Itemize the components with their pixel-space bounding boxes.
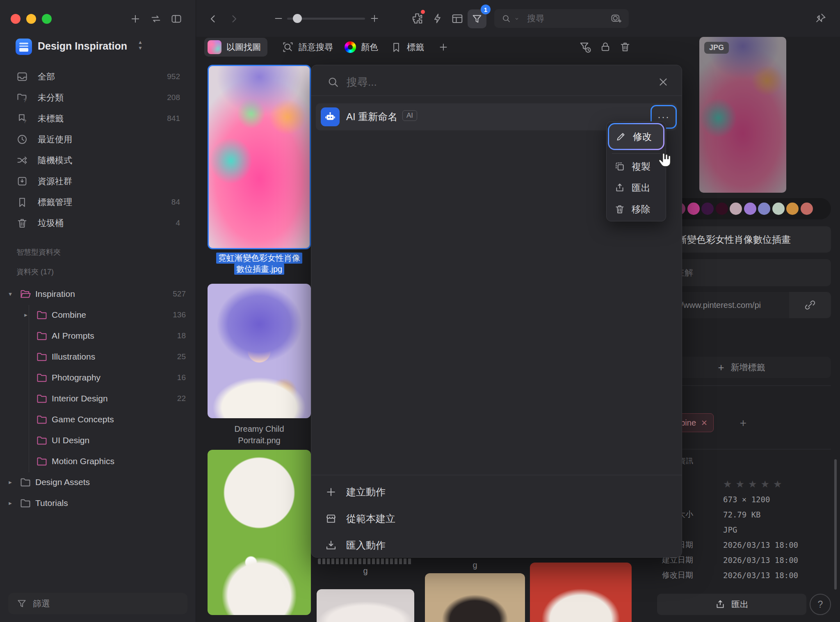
palette-dot[interactable] xyxy=(772,203,785,215)
sidebar-folder-inspiration[interactable]: ▾Inspiration527 xyxy=(0,284,196,304)
sidebar-item-label: 未標籤 xyxy=(38,113,64,124)
sidebar-item-count: 208 xyxy=(167,93,180,102)
sidebar-item-0[interactable]: 全部952 xyxy=(6,67,190,87)
filter-history-button[interactable] xyxy=(579,41,591,53)
image-card[interactable] xyxy=(425,573,525,622)
folder-closed-icon xyxy=(36,435,48,446)
copy-icon xyxy=(614,161,625,172)
disclosure-right-icon[interactable]: ▸ xyxy=(7,499,14,507)
image-card[interactable] xyxy=(208,450,311,615)
sidebar-item-1[interactable]: ?未分類208 xyxy=(6,88,190,107)
sidebar-folder-motion-graphics[interactable]: Motion Graphics xyxy=(0,451,196,471)
library-icon xyxy=(16,39,32,55)
rating-stars[interactable]: ★★★★★ xyxy=(723,477,786,492)
palette-dot[interactable] xyxy=(687,203,700,215)
semantic-search-chip[interactable]: 語意搜尋 xyxy=(282,38,333,57)
folder-closed-icon xyxy=(36,414,48,425)
open-link-button[interactable] xyxy=(789,292,831,318)
sidebar-item-6[interactable]: 標籤管理84 xyxy=(6,192,190,212)
filename-line-2: 數位插畫.jpg xyxy=(234,264,284,275)
disclosure-right-icon[interactable]: ▸ xyxy=(7,478,14,486)
sidebar-item-4[interactable]: 隨機模式 xyxy=(6,150,190,170)
sidebar-item-count: 84 xyxy=(171,198,180,207)
clear-filter-button[interactable] xyxy=(619,41,632,53)
bookmark-icon xyxy=(390,41,402,53)
actions-button[interactable] xyxy=(431,11,445,25)
sidebar-folder-ai-prompts[interactable]: AI Prompts18 xyxy=(0,326,196,346)
add-folder-tag-button[interactable]: + xyxy=(735,415,751,431)
color-filter-chip[interactable]: 顏色 xyxy=(345,38,378,57)
remove-tag-icon[interactable]: ✕ xyxy=(701,418,708,428)
pin-window-button[interactable] xyxy=(814,11,828,25)
copy-icon xyxy=(614,161,625,172)
palette-dot[interactable] xyxy=(758,203,770,215)
sidebar-item-7[interactable]: 垃圾桶4 xyxy=(6,213,190,233)
untagged-icon: ? xyxy=(16,113,28,124)
add-filter-chip[interactable] xyxy=(438,38,449,57)
modal-search-icon xyxy=(326,75,340,89)
sidebar-folder-game-concepts[interactable]: Game Concepts xyxy=(0,410,196,429)
sidebar-item-3[interactable]: 最近使用 xyxy=(6,130,190,149)
folder-label: UI Design xyxy=(52,435,89,445)
sidebar-panel-icon xyxy=(171,13,182,25)
search-by-image-chip[interactable]: 以圖找圖 xyxy=(204,38,267,57)
sidebar-folder-ui-design[interactable]: UI Design xyxy=(0,431,196,450)
sidebar-item-2[interactable]: ?未標籤841 xyxy=(6,109,190,128)
disclosure-right-icon[interactable]: ▸ xyxy=(22,311,30,319)
menu-item-edit[interactable]: 修改 xyxy=(609,124,663,149)
menu-item-3[interactable]: 移除 xyxy=(608,198,664,220)
panel-scrollbar[interactable] xyxy=(834,459,837,590)
library-switch-chevrons-icon[interactable]: ▲▼ xyxy=(138,39,143,51)
palette-dot[interactable] xyxy=(801,203,813,215)
image-card[interactable] xyxy=(208,284,311,418)
menu-item-2[interactable]: 匯出 xyxy=(608,177,664,198)
slider-knob[interactable] xyxy=(293,14,302,23)
zoom-window-button[interactable] xyxy=(42,14,52,24)
zoom-out-button[interactable] xyxy=(272,11,285,25)
modal-footer-item-0[interactable]: 建立動作 xyxy=(316,481,521,504)
modal-footer-item-2[interactable]: 匯入動作 xyxy=(316,534,521,557)
palette-dot[interactable] xyxy=(701,203,714,215)
sidebar-folder-interior-design[interactable]: Interior Design22 xyxy=(0,389,196,408)
menu-item-label: 匯出 xyxy=(632,182,651,194)
back-button[interactable] xyxy=(206,11,221,26)
help-button[interactable]: ? xyxy=(810,594,831,615)
image-card-selected[interactable] xyxy=(208,65,311,249)
export-button[interactable]: 匯出 xyxy=(657,594,806,615)
info-row-value: 2026/03/13 18:00 xyxy=(723,538,798,552)
image-card-label: g xyxy=(317,565,414,576)
sidebar-folder-design-assets[interactable]: ▸Design Assets xyxy=(0,472,196,492)
add-button[interactable] xyxy=(128,11,143,26)
sidebar-item-5[interactable]: 資源社群 xyxy=(6,171,190,191)
sidebar-item-count: 4 xyxy=(176,219,180,228)
toggle-sidebar-button[interactable] xyxy=(169,11,184,26)
modal-search-input[interactable]: 搜尋... xyxy=(347,70,377,94)
image-card[interactable] xyxy=(317,589,414,622)
search-scope-chevron-icon[interactable] xyxy=(514,16,520,22)
sidebar-folder-tutorials[interactable]: ▸Tutorials xyxy=(0,493,196,513)
inspector-preview-image[interactable] xyxy=(699,37,786,193)
palette-dot[interactable] xyxy=(730,203,742,215)
modal-footer-item-1[interactable]: 從範本建立 xyxy=(316,507,521,530)
hand-cursor xyxy=(655,151,674,170)
minimize-window-button[interactable] xyxy=(26,14,36,24)
visual-search-camera-icon[interactable] xyxy=(610,13,622,24)
zoom-in-button[interactable] xyxy=(368,11,381,25)
lock-button[interactable] xyxy=(600,41,612,53)
selected-filename[interactable]: 霓虹漸變色彩女性肖像 數位插畫.jpg xyxy=(208,253,311,275)
tag-filter-chip[interactable]: 標籤 xyxy=(390,38,424,57)
close-window-button[interactable] xyxy=(11,14,21,24)
switch-library-button[interactable] xyxy=(148,11,163,26)
palette-dot[interactable] xyxy=(716,203,728,215)
forward-button[interactable] xyxy=(226,11,241,26)
layout-button[interactable] xyxy=(450,11,464,25)
palette-dot[interactable] xyxy=(744,203,756,215)
sidebar-folder-combine[interactable]: ▸Combine136 xyxy=(0,305,196,325)
modal-close-button[interactable] xyxy=(657,76,669,88)
sidebar-folder-photography[interactable]: Photography16 xyxy=(0,368,196,387)
library-name[interactable]: Design Inspiration xyxy=(38,40,127,52)
sidebar-filter-button[interactable]: 篩選 xyxy=(8,593,187,614)
palette-dot[interactable] xyxy=(786,203,799,215)
disclosure-down-icon[interactable]: ▾ xyxy=(7,290,14,298)
sidebar-folder-illustrations[interactable]: Illustrations25 xyxy=(0,347,196,367)
